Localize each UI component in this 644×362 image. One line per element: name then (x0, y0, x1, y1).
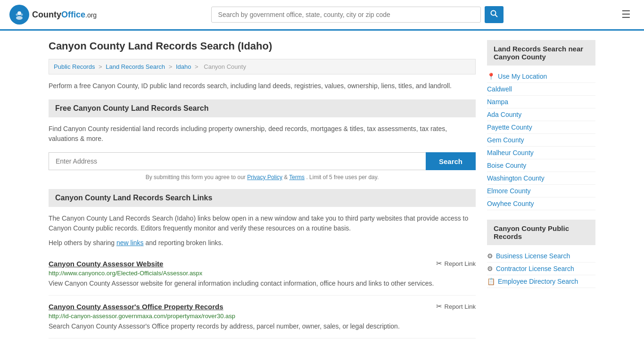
new-links-link[interactable]: new links (116, 239, 144, 247)
link-item-header-2: Canyon County Assessor's Office Property… (49, 302, 476, 311)
malheur-county-link[interactable]: Malheur County (487, 149, 534, 156)
header-search-area (211, 6, 504, 23)
nearby-item-malheur-county: Malheur County (487, 147, 595, 159)
breadcrumb-canyon-county: Canyon County (204, 63, 246, 70)
disclaimer-amp: & (284, 174, 289, 181)
breadcrumb: Public Records > Land Records Search > I… (49, 59, 476, 74)
free-search-heading: Free Canyon County Land Records Search (49, 99, 476, 117)
breadcrumb-sep-1: > (99, 63, 102, 70)
elmore-county-link[interactable]: Elmore County (487, 187, 531, 195)
svg-point-4 (21, 14, 23, 16)
terms-link[interactable]: Terms (289, 174, 305, 181)
nearby-list: 📍 Use My Location Caldwell Nampa Ada Cou… (487, 70, 595, 210)
use-location-link[interactable]: Use My Location (498, 73, 547, 80)
share-text: Help others by sharing (49, 239, 115, 247)
page-description: Perform a free Canyon County, ID public … (49, 81, 476, 91)
sidebar: Land Records Search near Canyon County 📍… (487, 40, 595, 338)
svg-point-5 (491, 11, 495, 16)
main-container: Canyon County Land Records Search (Idaho… (39, 31, 605, 348)
nearby-item-owyhee-county: Owyhee County (487, 197, 595, 210)
breadcrumb-sep-2: > (169, 63, 173, 70)
gear-icon-business: ⚙ (487, 252, 493, 260)
nearby-item-caldwell: Caldwell (487, 83, 595, 96)
form-disclaimer: By submitting this form you agree to our… (49, 174, 476, 181)
breadcrumb-land-records[interactable]: Land Records Search (106, 63, 165, 70)
logo-text: CountyOffice.org (32, 10, 97, 20)
boise-county-link[interactable]: Boise County (487, 162, 526, 169)
nearby-item-boise-county: Boise County (487, 159, 595, 172)
business-license-link[interactable]: Business License Search (496, 252, 570, 260)
washington-county-link[interactable]: Washington County (487, 174, 545, 182)
report-link-button-2[interactable]: ✂ Report Link (436, 302, 476, 311)
nearby-item-gem-county: Gem County (487, 134, 595, 147)
gear-icon-contractor: ⚙ (487, 265, 493, 272)
free-search-description: Find Canyon County residential land reco… (49, 124, 476, 144)
owyhee-county-link[interactable]: Owyhee County (487, 200, 534, 207)
breadcrumb-public-records[interactable]: Public Records (54, 63, 95, 70)
report-label-1: Report Link (445, 260, 476, 267)
search-button[interactable]: Search (426, 152, 476, 170)
links-section: Canyon County Land Records Search Links … (49, 189, 476, 338)
public-records-item-contractor: ⚙ Contractor License Search (487, 263, 595, 275)
scissors-icon-2: ✂ (436, 302, 442, 311)
logo-icon (9, 5, 29, 25)
doc-icon-employee: 📋 (487, 278, 495, 285)
nampa-link[interactable]: Nampa (487, 98, 508, 106)
use-location-item[interactable]: 📍 Use My Location (487, 70, 595, 83)
nearby-item-elmore-county: Elmore County (487, 185, 595, 197)
link-desc-1: View Canyon County Assessor website for … (49, 279, 476, 288)
links-heading: Canyon County Land Records Search Links (49, 189, 476, 207)
link-title-2[interactable]: Canyon County Assessor's Office Property… (49, 303, 223, 311)
header-search-input[interactable] (211, 7, 481, 23)
breadcrumb-sep-3: > (195, 63, 198, 70)
link-item: Canyon County Assessor Website ✂ Report … (49, 253, 476, 296)
report-link-button-1[interactable]: ✂ Report Link (436, 259, 476, 268)
scissors-icon-1: ✂ (436, 259, 442, 268)
employee-directory-link[interactable]: Employee Directory Search (498, 278, 578, 285)
svg-line-6 (495, 15, 497, 17)
link-url-2: http://id-canyon-assessor.governmaxa.com… (49, 313, 476, 320)
ada-county-link[interactable]: Ada County (487, 111, 521, 118)
nearby-item-payette-county: Payette County (487, 121, 595, 134)
public-records-heading: Canyon County Public Records (487, 220, 595, 245)
gem-county-link[interactable]: Gem County (487, 136, 524, 144)
caldwell-link[interactable]: Caldwell (487, 85, 512, 93)
search-form-row: Search (49, 152, 476, 170)
breadcrumb-idaho[interactable]: Idaho (176, 63, 191, 70)
svg-point-2 (16, 16, 23, 20)
public-records-item-business: ⚙ Business License Search (487, 250, 595, 263)
privacy-policy-link[interactable]: Privacy Policy (247, 174, 282, 181)
link-url-1: http://www.canyonco.org/Elected-Official… (49, 270, 476, 277)
report-label-2: Report Link (445, 303, 476, 310)
content-area: Canyon County Land Records Search (Idaho… (49, 40, 476, 338)
nearby-item-nampa: Nampa (487, 96, 595, 108)
share-description: Help others by sharing new links and rep… (49, 238, 476, 248)
contractor-license-link[interactable]: Contractor License Search (496, 265, 574, 272)
address-input[interactable] (49, 152, 426, 170)
location-pin-icon: 📍 (487, 73, 495, 80)
disclaimer-text: By submitting this form you agree to our (146, 174, 246, 181)
nearby-item-washington-county: Washington County (487, 172, 595, 185)
search-form: Search By submitting this form you agree… (49, 152, 476, 181)
link-title-1[interactable]: Canyon County Assessor Website (49, 260, 163, 268)
logo-area: CountyOffice.org (9, 5, 97, 25)
public-records-item-employee: 📋 Employee Directory Search (487, 275, 595, 288)
link-item-header: Canyon County Assessor Website ✂ Report … (49, 259, 476, 268)
nearby-item-ada-county: Ada County (487, 108, 595, 121)
link-item-2: Canyon County Assessor's Office Property… (49, 296, 476, 338)
links-description: The Canyon County Land Records Search (I… (49, 214, 476, 233)
share-end: and reporting broken links. (145, 239, 223, 247)
nearby-heading: Land Records Search near Canyon County (487, 40, 595, 66)
page-header: CountyOffice.org ☰ (0, 0, 644, 31)
svg-point-3 (16, 14, 18, 16)
public-records-list: ⚙ Business License Search ⚙ Contractor L… (487, 250, 595, 288)
header-search-button[interactable] (485, 6, 504, 23)
payette-county-link[interactable]: Payette County (487, 123, 532, 131)
disclaimer-end: . Limit of 5 free uses per day. (306, 174, 379, 181)
hamburger-menu-button[interactable]: ☰ (618, 7, 635, 23)
link-desc-2: Search Canyon County Assessor's Office p… (49, 321, 476, 331)
page-title: Canyon County Land Records Search (Idaho… (49, 40, 476, 52)
